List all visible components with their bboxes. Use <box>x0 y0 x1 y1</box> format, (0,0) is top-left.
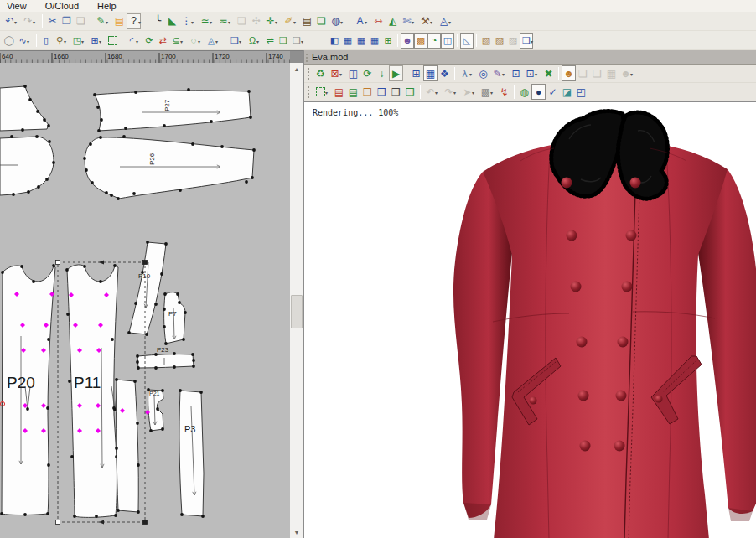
node-point[interactable] <box>89 142 92 146</box>
node-point[interactable] <box>201 515 205 518</box>
node-point[interactable] <box>154 366 158 370</box>
pattern-2d-panel[interactable]: 64016601680170017201740 P27P26P20P11P10P… <box>0 50 303 538</box>
add-point-icon-dropdown[interactable]: ▾ <box>275 20 280 25</box>
node-point[interactable] <box>20 265 23 268</box>
fold-tool-icon-dropdown[interactable]: ▾ <box>210 20 215 25</box>
measure-tool-icon[interactable]: A▾ <box>353 13 367 29</box>
toolbar-grip[interactable] <box>307 85 311 99</box>
refresh-icon[interactable]: ⟳ <box>360 65 375 81</box>
menu-ocloud[interactable]: O/Cloud <box>44 1 80 11</box>
node-point[interactable] <box>145 333 148 336</box>
node-point[interactable] <box>91 181 94 184</box>
seam-piece-icon-dropdown[interactable]: ▾ <box>301 39 306 44</box>
sphere-dark-icon[interactable]: ● <box>531 84 546 100</box>
undo-3d-icon[interactable]: ↶▾ <box>423 84 438 100</box>
dashed-curve-icon[interactable]: ◌▾ <box>187 33 200 49</box>
cube-orange-icon[interactable]: ❒ <box>360 84 375 100</box>
avatar-button-icon[interactable]: ☻ <box>401 33 414 49</box>
marquee-icon[interactable] <box>106 33 119 49</box>
texture-checker-icon[interactable]: ▩ <box>414 33 427 49</box>
node-point[interactable] <box>26 407 29 411</box>
export-image-icon-dropdown[interactable]: ▾ <box>81 39 86 44</box>
scroll-down-button[interactable]: ▼ <box>290 526 303 538</box>
export-piece-icon[interactable]: ❏▾ <box>228 33 241 49</box>
measure-tool-icon-dropdown[interactable]: ▾ <box>365 20 370 25</box>
avatar-small-icon[interactable]: ☻ <box>562 65 576 81</box>
node-point[interactable] <box>1 271 4 274</box>
recycle-icon[interactable]: ♻ <box>313 65 328 81</box>
node-point[interactable] <box>251 176 254 179</box>
trash-icon[interactable]: ▯ <box>39 33 53 49</box>
node-point[interactable] <box>137 463 140 467</box>
node-point[interactable] <box>164 342 168 345</box>
node-point[interactable] <box>0 512 3 515</box>
piece-outline-icon[interactable]: ❏▾ <box>520 33 533 49</box>
pattern-book-icon[interactable]: ◭ <box>386 13 400 29</box>
title-grip[interactable] <box>305 53 309 62</box>
node-point[interactable] <box>247 90 251 93</box>
node-point[interactable] <box>47 463 50 467</box>
node-point[interactable] <box>137 366 140 370</box>
corner-curve-icon-dropdown[interactable]: ▾ <box>136 39 141 44</box>
cone-3d-icon-dropdown[interactable]: ▾ <box>215 39 220 44</box>
node-point[interactable] <box>154 303 158 306</box>
node-point[interactable] <box>192 365 195 368</box>
bag-icon[interactable]: ❒ <box>403 84 417 100</box>
undo-icon-dropdown[interactable]: ▾ <box>14 20 19 25</box>
delete-sim-icon-dropdown[interactable]: ▾ <box>339 72 344 77</box>
node-point[interactable] <box>184 311 187 314</box>
redo-3d-icon-dropdown[interactable]: ▾ <box>453 91 458 96</box>
monitor1-icon[interactable]: ⊡ <box>509 65 523 81</box>
node-point[interactable] <box>99 280 102 283</box>
node-point[interactable] <box>43 118 46 122</box>
menu-help[interactable]: Help <box>96 1 118 11</box>
node-point[interactable] <box>113 264 117 267</box>
node-point[interactable] <box>137 510 140 514</box>
plumb-bob-icon[interactable]: ⚲▾ <box>53 33 66 49</box>
render-box-icon[interactable]: ◫ <box>441 33 454 49</box>
edit-pattern-icon-dropdown[interactable]: ▾ <box>106 20 111 25</box>
table-grid2-icon[interactable]: ▦ <box>368 33 381 49</box>
node-point[interactable] <box>132 192 136 195</box>
selection-handle[interactable] <box>56 520 60 525</box>
node-point[interactable] <box>83 157 86 160</box>
selection-handle[interactable] <box>143 261 148 265</box>
corner-curve-icon[interactable]: ◜▾ <box>125 33 138 49</box>
redo-3d-icon[interactable]: ↷▾ <box>442 84 456 100</box>
avatar-edit-icon[interactable]: ✎▾ <box>490 65 505 81</box>
colorways-icon[interactable]: ◔ <box>427 33 441 49</box>
pointer-3d-icon-dropdown[interactable]: ▾ <box>472 91 477 96</box>
node-point[interactable] <box>136 360 139 364</box>
node-point[interactable] <box>23 85 27 88</box>
clover-tool-icon[interactable]: ✣ <box>249 13 263 29</box>
globe-tool-icon-dropdown[interactable]: ▾ <box>340 20 345 25</box>
help-icon[interactable]: ?▾ <box>127 13 141 29</box>
node-point[interactable] <box>48 140 51 143</box>
node-point[interactable] <box>99 136 102 139</box>
node-point[interactable] <box>65 268 69 272</box>
node-point[interactable] <box>187 88 190 91</box>
texture-green-icon[interactable]: ▤ <box>346 84 360 100</box>
render-viewport[interactable]: Rendering... 100% <box>304 101 756 538</box>
node-point[interactable] <box>12 193 15 196</box>
table-grid-icon[interactable]: ▦ <box>355 33 368 49</box>
node-point[interactable] <box>199 391 203 394</box>
node-point[interactable] <box>117 509 120 512</box>
node-point[interactable] <box>66 313 70 316</box>
node-point[interactable] <box>23 513 27 516</box>
check-ok-icon[interactable]: ✓ <box>546 84 560 100</box>
seam-width-icon[interactable]: ⇿ <box>371 13 386 29</box>
measure-seg-icon[interactable]: ⇄ <box>156 33 169 49</box>
cut-piece-icon-dropdown[interactable]: ▾ <box>412 20 417 25</box>
node-point[interactable] <box>173 352 176 355</box>
node-point[interactable] <box>97 129 101 132</box>
merge-piece-icon[interactable]: ⊞▾ <box>88 33 101 49</box>
node-point[interactable] <box>122 135 126 138</box>
grade-tool-icon-dropdown[interactable]: ▾ <box>448 20 453 25</box>
menu-view[interactable]: View <box>5 1 28 11</box>
toolbar-grip[interactable] <box>307 67 311 80</box>
node-point[interactable] <box>28 98 32 101</box>
grid-snap-icon[interactable]: ▦ <box>423 65 438 81</box>
node-point[interactable] <box>110 194 113 197</box>
fit-view-icon[interactable]: ✖ <box>541 65 556 81</box>
